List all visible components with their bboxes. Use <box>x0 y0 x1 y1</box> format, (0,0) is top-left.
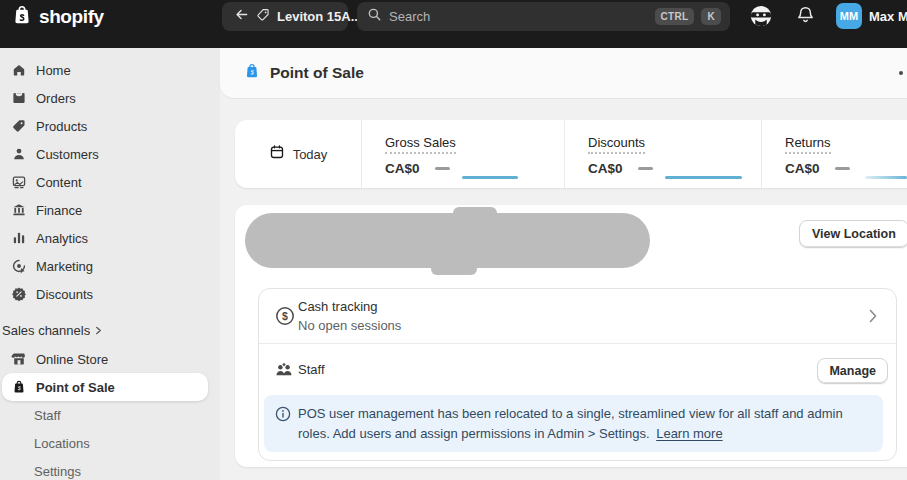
sidebar-item-point-of-sale[interactable]: Point of Sale <box>2 373 208 401</box>
sidebar: Home Orders Products Customers Content F… <box>0 48 220 480</box>
user-name: Max Ma <box>869 9 907 24</box>
sidebar-item-orders[interactable]: Orders <box>2 84 208 112</box>
sidebar-item-label: Finance <box>36 203 82 218</box>
header-more-button[interactable] <box>899 71 903 75</box>
banner-text: POS user management has been relocated t… <box>298 404 850 443</box>
sidekick-icon[interactable] <box>750 5 772 27</box>
marketing-icon <box>10 257 28 275</box>
sidebar-section-sales-channels[interactable]: Sales channels <box>2 319 103 341</box>
sidebar-item-settings[interactable]: Settings <box>2 457 208 480</box>
back-button-label: Leviton 15A... <box>277 9 362 24</box>
sidebar-item-online-store[interactable]: Online Store <box>2 345 208 373</box>
main-content: Point of Sale Today Gross Sales CA$0 Dis… <box>220 48 907 480</box>
finance-icon <box>10 201 28 219</box>
search-placeholder: Search <box>389 9 648 24</box>
topbar: shopify Leviton 15A... Search CTRL K <box>0 0 907 48</box>
content-icon <box>10 173 28 191</box>
calendar-icon <box>269 144 285 164</box>
metric-label[interactable]: Gross Sales <box>385 135 456 154</box>
pos-bag-icon <box>243 62 261 84</box>
sales-channels-label: Sales channels <box>2 323 90 338</box>
date-filter-label: Today <box>293 147 328 162</box>
row-subtitle: No open sessions <box>298 318 401 333</box>
row-title: Cash tracking <box>298 299 377 314</box>
date-filter-button[interactable]: Today <box>235 120 362 188</box>
sidebar-item-label: Locations <box>34 436 90 451</box>
discounts-icon <box>10 285 28 303</box>
sidebar-item-analytics[interactable]: Analytics <box>2 224 208 252</box>
sidebar-item-label: Customers <box>36 147 99 162</box>
shopify-logo[interactable]: shopify <box>10 3 104 31</box>
redaction-artifact <box>431 263 477 275</box>
view-location-button[interactable]: View Location <box>799 220 907 248</box>
redacted-location-name <box>245 213 650 268</box>
info-banner: POS user management has been relocated t… <box>264 395 883 452</box>
analytics-icon <box>10 229 28 247</box>
sidebar-item-label: Point of Sale <box>36 380 115 395</box>
metric-value: CA$0 <box>785 161 820 176</box>
sidebar-item-finance[interactable]: Finance <box>2 196 208 224</box>
metric-label[interactable]: Returns <box>785 135 831 154</box>
chevron-right-icon <box>867 309 879 327</box>
sidebar-item-label: Discounts <box>36 287 93 302</box>
sidebar-item-label: Analytics <box>36 231 88 246</box>
metric-value: CA$0 <box>385 161 420 176</box>
metric-gross-sales: Gross Sales CA$0 <box>362 120 565 188</box>
sparkline <box>865 176 907 179</box>
back-arrow-icon <box>234 7 249 26</box>
svg-text:$: $ <box>282 310 288 322</box>
shopify-wordmark: shopify <box>39 6 104 28</box>
cash-tracking-row[interactable]: $ Cash tracking No open sessions <box>259 289 896 343</box>
trend-dash <box>638 167 653 170</box>
user-menu[interactable]: MM Max Ma <box>836 3 907 29</box>
customers-icon <box>10 145 28 163</box>
manage-button[interactable]: Manage <box>817 358 888 384</box>
sparkline <box>462 176 518 179</box>
staff-group-icon <box>274 360 294 384</box>
trend-dash <box>435 167 450 170</box>
sidebar-item-staff[interactable]: Staff <box>2 401 208 429</box>
back-button[interactable]: Leviton 15A... <box>222 2 348 31</box>
sidebar-item-label: Settings <box>34 464 81 479</box>
metric-value: CA$0 <box>588 161 623 176</box>
sidebar-item-label: Home <box>36 63 71 78</box>
pos-bag-icon <box>10 378 28 396</box>
shortcut-ctrl-key: CTRL <box>655 8 695 25</box>
location-card: View Location $ Cash tracking No open se… <box>235 205 907 467</box>
sidebar-item-marketing[interactable]: Marketing <box>2 252 208 280</box>
search-input[interactable]: Search CTRL K <box>357 2 730 31</box>
storefront-icon <box>10 350 28 368</box>
search-icon <box>367 7 382 26</box>
page-header: Point of Sale <box>220 48 907 98</box>
avatar: MM <box>836 3 862 29</box>
sidebar-item-label: Content <box>36 175 82 190</box>
sidebar-item-content[interactable]: Content <box>2 168 208 196</box>
sidebar-item-discounts[interactable]: Discounts <box>2 280 208 308</box>
sidebar-item-products[interactable]: Products <box>2 112 208 140</box>
sidebar-item-label: Online Store <box>36 352 108 367</box>
row-title: Staff <box>298 362 325 377</box>
redaction-artifact <box>453 207 497 219</box>
page-title: Point of Sale <box>270 64 364 82</box>
metric-discounts: Discounts CA$0 <box>565 120 762 188</box>
sidebar-item-label: Staff <box>34 408 61 423</box>
bell-icon[interactable] <box>795 5 817 27</box>
trend-dash <box>835 167 850 170</box>
shortcut-k-key: K <box>701 8 721 25</box>
sidebar-item-label: Orders <box>36 91 76 106</box>
stats-card: Today Gross Sales CA$0 Discounts CA$0 Re… <box>235 120 907 188</box>
cash-circle-icon: $ <box>275 306 295 330</box>
learn-more-link[interactable]: Learn more <box>656 426 722 441</box>
info-icon <box>275 406 291 426</box>
tag-icon <box>256 8 270 26</box>
sidebar-item-customers[interactable]: Customers <box>2 140 208 168</box>
home-icon <box>10 61 28 79</box>
sidebar-item-locations[interactable]: Locations <box>2 429 208 457</box>
sparkline <box>665 176 742 179</box>
metric-label[interactable]: Discounts <box>588 135 645 154</box>
location-detail-card: $ Cash tracking No open sessions Staff M… <box>258 288 897 461</box>
sidebar-item-home[interactable]: Home <box>2 56 208 84</box>
staff-row: Staff Manage <box>259 344 896 395</box>
metric-returns: Returns CA$0 <box>762 120 907 188</box>
orders-icon <box>10 89 28 107</box>
